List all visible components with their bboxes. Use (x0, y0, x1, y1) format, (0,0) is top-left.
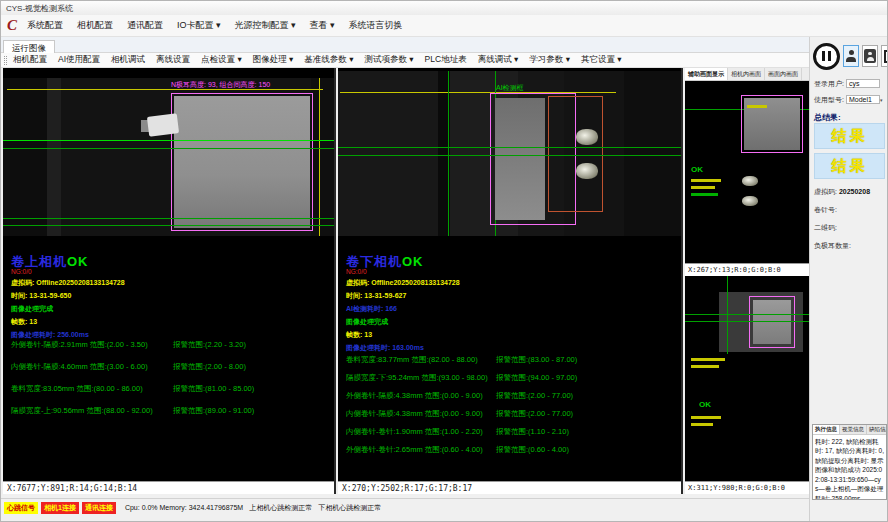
cell-material (174, 96, 310, 228)
menu-item[interactable]: IO卡配置 ▾ (177, 19, 221, 32)
tabstrip: 运行图像 (1, 37, 809, 53)
ai-box-label: AI检测框 (496, 83, 524, 93)
log-text: 耗时: 222, 缺陷检测耗时: 17, 缺陷分离耗时: 0, 缺陷提取分离耗时… (813, 435, 886, 500)
model-row: 使用型号: Model1▾ (814, 95, 882, 105)
statusbar: 心跳信号 相机1连接 通讯连接 Cpu: 0.0% Memory: 3424.4… (1, 498, 809, 516)
pause-button[interactable] (813, 43, 840, 70)
measurement-alarm-range: 报警范围:(2.00 - 8.00) (173, 362, 246, 372)
machine-structure (3, 78, 47, 236)
menubar: C 系统配置 相机配置 通讯配置 IO卡配置 ▾ 光源控制配置 ▾ 查看 ▾ 系… (1, 15, 888, 37)
menu-item[interactable]: 相机配置 (77, 19, 113, 32)
toolbar-item[interactable]: 离线调试 ▾ (478, 54, 519, 66)
measure-green-line (685, 321, 809, 322)
info-tab-defect[interactable]: 缺陷信息 (867, 425, 887, 434)
total-result-label: 总结果: (814, 112, 841, 123)
roi-pink-box (749, 296, 795, 348)
aux-tab-display[interactable]: 辅助画面显示 (685, 68, 728, 80)
camera-name-text: 卷上相机 (11, 254, 67, 269)
toolbar-item[interactable]: 基准线参数 ▾ (304, 54, 353, 66)
result-ok: OK (402, 254, 424, 269)
overlay-text-small (691, 416, 721, 419)
toolbar-item[interactable]: 相机调试 (111, 54, 145, 66)
camera-view-upper[interactable]: N极耳高度: 93, 组合间高度: 150 卷上相机OK NG:0/0 虚拟码:… (3, 68, 336, 494)
measurement-row: 外侧卷针-卷针:2.65mm 范围:(0.60 - 4.00) 报警范围:(0.… (346, 445, 683, 463)
measurement-row: 内侧卷针-隔膜:4.38mm 范围:(0.00 - 9.00) 报警范围:(2.… (346, 409, 683, 427)
toolbar-item[interactable]: AI使用配置 (58, 54, 100, 66)
info-tabs: 执行信息 视觉信息 缺陷信息 (813, 425, 886, 435)
result-box-2: 结果 (814, 153, 885, 179)
model-label: 使用型号: (814, 96, 844, 103)
toolbar-item[interactable]: 离线设置 (156, 54, 190, 66)
aux-tab-image-inner[interactable]: 画面内画面 (765, 68, 802, 80)
left-measurements: 外侧卷针-隔膜:2.91mm 范围:(2.00 - 3.50) 报警范围:(2.… (11, 340, 336, 428)
toolbar-item[interactable]: 学习参数 ▾ (529, 54, 570, 66)
comm-connect-badge: 通讯连接 (82, 502, 116, 514)
baseline-yellow-line (7, 89, 323, 90)
aux-tab-camera-inner[interactable]: 相机内画面 (728, 68, 765, 80)
toolbar-item[interactable]: 点检设置 ▾ (201, 54, 242, 66)
user-switch-button[interactable] (862, 45, 878, 67)
virtual-code: 虚拟码: Offline20250208133134728 (346, 278, 460, 288)
cpu-memory-status: Cpu: 0.0% Memory: 3424.41796875M (125, 504, 243, 511)
window-title: CYS-视觉检测系统 (6, 4, 73, 13)
camera-image-lower: AI检测框 (338, 71, 681, 236)
model-select[interactable]: Model1 (846, 95, 880, 104)
aux-camera-view-2[interactable]: OK (685, 276, 809, 481)
exit-button[interactable] (881, 45, 888, 67)
person-dark-icon (864, 49, 876, 63)
capture-time: 时间: 13-31-59-650 (11, 291, 71, 301)
lower-camera-heartbeat-status: 下相机心跳检测正常 (318, 503, 381, 513)
bright-spot (576, 129, 598, 145)
toolbar-item[interactable]: 其它设置 ▾ (581, 54, 622, 66)
info-tab-exec[interactable]: 执行信息 (813, 425, 840, 434)
camera-name-text: 卷下相机 (346, 254, 402, 269)
measurement-row: 隔膜宽度-下:95.24mm 范围:(93.00 - 98.00) 报警范围:(… (346, 373, 683, 391)
image-annotation: N极耳高度: 93, 组合间高度: 150 (171, 80, 270, 90)
virtual-code: 虚拟码: Offline20250208133134728 (11, 278, 125, 288)
camera-image-upper: N极耳高度: 93, 组合间高度: 150 (3, 78, 334, 236)
measure-green-line (685, 314, 809, 315)
camera1-connect-badge: 相机1连接 (41, 502, 79, 514)
toolbar-item[interactable]: PLC地址表 (425, 54, 467, 66)
menu-item[interactable]: 查看 ▾ (310, 19, 335, 32)
measurement-value: 外侧卷针-隔膜:4.38mm 范围:(0.00 - 9.00) (346, 391, 483, 401)
menu-item[interactable]: 系统配置 (27, 19, 63, 32)
toolbar-item[interactable]: 图像处理 ▾ (253, 54, 294, 66)
anode-tab-count-field: 负极耳数量: (814, 241, 851, 251)
aux-camera-view-1[interactable]: OK (685, 81, 809, 263)
result-box-2-text: 结果 (832, 157, 868, 176)
frame-count: 帧数: 13 (346, 330, 372, 340)
info-tab-vision[interactable]: 视觉信息 (840, 425, 867, 434)
overlay-text-small (691, 423, 713, 426)
frame-count: 帧数: 13 (11, 317, 37, 327)
menu-item[interactable]: 光源控制配置 ▾ (235, 19, 296, 32)
control-panel: 登录用户: cys 使用型号: Model1▾ 总结果: 结果 结果 虚拟码: … (809, 37, 888, 522)
toolbar-item[interactable]: 测试项参数 ▾ (364, 54, 413, 66)
login-user-row: 登录用户: cys (814, 79, 880, 89)
pixel-coords-status: X:7677;Y:891;R:14;G:14;B:14 (3, 481, 334, 494)
menu-item[interactable]: 通讯配置 (127, 19, 163, 32)
aux-view-tabs: 辅助画面显示 相机内画面 画面内画面 (685, 68, 809, 81)
toolbar-item[interactable]: 相机配置 (13, 54, 47, 66)
toolbar-grip-icon[interactable] (4, 56, 7, 65)
camera-view-lower[interactable]: AI检测框 卷下相机OK NG:0/0 虚拟码: Offline20250208… (338, 68, 683, 494)
needle-number-label: 卷针号: (814, 206, 837, 213)
virtual-code-field: 虚拟码: 20250208 (814, 187, 870, 197)
user-login-button[interactable] (843, 45, 859, 67)
qr-code-label: 二维码: (814, 224, 837, 231)
login-user-value[interactable]: cys (846, 79, 880, 88)
measure-green-line (448, 71, 449, 236)
result-ok: OK (699, 400, 711, 409)
menu-item[interactable]: 系统语言切换 (349, 19, 403, 32)
measurement-row: 外侧卷针-隔膜:4.38mm 范围:(0.00 - 9.00) 报警范围:(2.… (346, 391, 683, 409)
ng-counter: NG:0/0 (346, 268, 367, 275)
overlay-text-small (747, 105, 767, 108)
bright-spot (742, 196, 758, 206)
roi-ai-box (548, 96, 603, 212)
measurement-alarm-range: 报警范围:(2.00 - 77.00) (496, 409, 573, 419)
measurement-row: 隔膜宽度-上:90.56mm 范围:(88.00 - 92.00) 报警范围:(… (11, 406, 336, 428)
measurement-row: 内侧卷针-隔膜:4.60mm 范围:(3.00 - 6.00) 报警范围:(2.… (11, 362, 336, 384)
pixel-coords-status: X:270;Y:2502;R:17;G:17;B:17 (338, 481, 681, 494)
measurement-value: 卷料宽度:83.77mm 范围:(82.00 - 88.00) (346, 355, 478, 365)
measurement-alarm-range: 报警范围:(0.60 - 4.00) (496, 445, 569, 455)
